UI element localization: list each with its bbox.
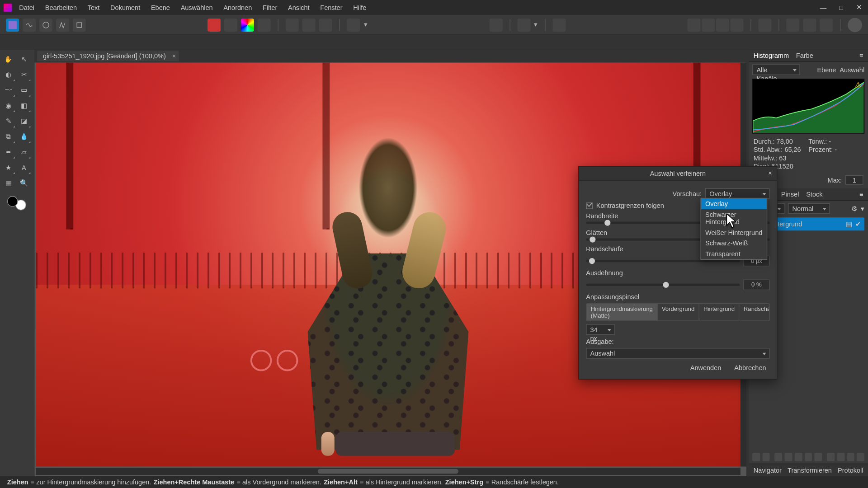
lt-trash-icon[interactable] bbox=[857, 453, 864, 461]
pen-tool-icon[interactable]: ✒ bbox=[1, 145, 16, 159]
color-swatch[interactable] bbox=[7, 196, 26, 211]
tb-s4-icon[interactable] bbox=[730, 18, 743, 31]
tb-wand-icon[interactable] bbox=[258, 18, 271, 31]
expand-value[interactable]: 0 % bbox=[743, 279, 769, 290]
clone-tool-icon[interactable]: ⧉ bbox=[1, 129, 16, 144]
chevron-down-icon[interactable]: ▾ bbox=[534, 21, 538, 28]
tb-chat-icon[interactable] bbox=[552, 18, 566, 31]
color-picker-tool-icon[interactable]: ◐ bbox=[1, 67, 16, 82]
tab-color[interactable]: Farbe bbox=[796, 52, 813, 59]
output-select[interactable]: Auswahl bbox=[586, 348, 769, 359]
cancel-button[interactable]: Abbrechen bbox=[731, 362, 769, 373]
dropdown-item-black-white[interactable]: Schwarz-Weiß bbox=[701, 238, 767, 249]
paintbrush-tool-icon[interactable]: ✎ bbox=[1, 114, 16, 128]
follow-edges-checkbox[interactable] bbox=[586, 202, 593, 209]
erase-tool-icon[interactable]: ◪ bbox=[17, 114, 31, 128]
menu-layer[interactable]: Ebene bbox=[151, 4, 170, 11]
star-tool-icon[interactable]: ★ bbox=[1, 160, 16, 175]
tab-histogram[interactable]: Histogramm bbox=[754, 52, 789, 59]
tb-grid2-icon[interactable] bbox=[302, 18, 316, 31]
chevron-down-icon[interactable]: ▾ bbox=[861, 205, 864, 212]
lt-8-icon[interactable] bbox=[827, 453, 835, 461]
tb-s3-icon[interactable] bbox=[716, 18, 729, 31]
menu-select[interactable]: Auswählen bbox=[181, 4, 213, 11]
panel-menu-icon[interactable]: ≡ bbox=[859, 52, 863, 59]
tb-swatch-red-icon[interactable] bbox=[208, 18, 221, 31]
dodge-tool-icon[interactable]: 💧 bbox=[17, 129, 31, 144]
blend-select[interactable]: Normal bbox=[788, 203, 830, 214]
move-tool-icon[interactable]: ↖ bbox=[17, 52, 31, 66]
persona-export-icon[interactable] bbox=[73, 18, 86, 31]
hand-tool-icon[interactable]: ✋ bbox=[1, 52, 16, 66]
lt-7-icon[interactable] bbox=[815, 453, 822, 461]
lt-6-icon[interactable] bbox=[805, 453, 812, 461]
tb-s1-icon[interactable] bbox=[687, 18, 700, 31]
seg-background[interactable]: Hintergrund bbox=[699, 304, 740, 321]
tb-grid3-icon[interactable] bbox=[319, 18, 332, 31]
lt-9-icon[interactable] bbox=[837, 453, 844, 461]
menu-arrange[interactable]: Anordnen bbox=[223, 4, 252, 11]
tb-color-icon[interactable] bbox=[241, 18, 254, 31]
persona-liquify-icon[interactable] bbox=[23, 18, 36, 31]
flood-tool-icon[interactable]: ◉ bbox=[1, 99, 16, 113]
persona-develop-icon[interactable] bbox=[39, 18, 52, 31]
menu-view[interactable]: Ansicht bbox=[288, 4, 310, 11]
shape-tool-icon[interactable]: ▱ bbox=[17, 145, 31, 159]
seg-feather[interactable]: Randschärfe bbox=[740, 304, 770, 321]
close-tab-icon[interactable]: × bbox=[172, 52, 176, 60]
panel-menu-icon[interactable]: ≡ bbox=[859, 191, 863, 198]
tb-grid1-icon[interactable] bbox=[286, 18, 299, 31]
dropdown-item-black-bg[interactable]: Schwarzer Hintergrund bbox=[701, 209, 767, 227]
tb-globe2-icon[interactable] bbox=[803, 18, 816, 31]
gear-icon[interactable]: ⚙ bbox=[851, 205, 857, 212]
channels-select[interactable]: Alle Kanäle bbox=[752, 64, 800, 75]
menu-text[interactable]: Text bbox=[88, 4, 100, 11]
layer-visible-icon[interactable]: ▤ bbox=[846, 220, 852, 228]
tb-globe1-icon[interactable] bbox=[786, 18, 799, 31]
tab-brush[interactable]: Pinsel bbox=[781, 191, 799, 198]
lt-1-icon[interactable] bbox=[752, 453, 760, 461]
tb-globe3-icon[interactable] bbox=[820, 18, 833, 31]
dropdown-item-transparent[interactable]: Transparent bbox=[701, 249, 767, 259]
brush-size-select[interactable]: 34 px bbox=[586, 324, 614, 335]
chevron-down-icon[interactable]: ▾ bbox=[364, 21, 368, 28]
lt-3-icon[interactable] bbox=[775, 453, 783, 461]
histo-sub-layer[interactable]: Ebene bbox=[817, 66, 836, 73]
tab-history[interactable]: Protokoll bbox=[838, 467, 863, 474]
window-maximize-icon[interactable]: □ bbox=[836, 4, 847, 11]
tab-transform[interactable]: Transformieren bbox=[788, 467, 832, 474]
tab-stock[interactable]: Stock bbox=[806, 191, 822, 198]
menu-window[interactable]: Fenster bbox=[320, 4, 342, 11]
lt-5-icon[interactable] bbox=[795, 453, 802, 461]
menu-filter[interactable]: Filter bbox=[263, 4, 277, 11]
feather-slider[interactable] bbox=[586, 260, 740, 262]
tb-crop-icon[interactable] bbox=[489, 18, 502, 31]
seg-foreground[interactable]: Vordergrund bbox=[657, 304, 699, 321]
dialog-close-icon[interactable]: × bbox=[768, 169, 772, 177]
crop-tool-icon[interactable]: ✂ bbox=[17, 67, 31, 82]
user-avatar-icon[interactable] bbox=[848, 18, 862, 32]
document-tab[interactable]: girl-535251_1920.jpg [Geändert] (100,0%)… bbox=[37, 51, 179, 61]
persona-photo-icon[interactable] bbox=[6, 18, 19, 31]
dialog-titlebar[interactable]: Auswahl verfeinern × bbox=[579, 167, 777, 180]
tb-dot-icon[interactable] bbox=[517, 18, 530, 31]
window-minimize-icon[interactable]: — bbox=[818, 4, 829, 11]
tb-s2-icon[interactable] bbox=[702, 18, 715, 31]
menu-file[interactable]: Datei bbox=[19, 4, 34, 11]
lt-10-icon[interactable] bbox=[847, 453, 854, 461]
tab-navigator[interactable]: Navigator bbox=[754, 467, 782, 474]
apply-button[interactable]: Anwenden bbox=[687, 362, 725, 373]
histo-sub-selection[interactable]: Auswahl bbox=[840, 66, 864, 73]
lt-4-icon[interactable] bbox=[785, 453, 793, 461]
dropdown-item-white-bg[interactable]: Weißer Hintergrund bbox=[701, 227, 767, 238]
gradient-tool-icon[interactable]: ◧ bbox=[17, 99, 31, 113]
menu-help[interactable]: Hilfe bbox=[353, 4, 366, 11]
seg-matte[interactable]: Hintergrundmaskierung (Matte) bbox=[587, 304, 658, 321]
tb-align-icon[interactable] bbox=[758, 18, 771, 31]
layer-lock-icon[interactable]: ✔ bbox=[855, 220, 861, 228]
text-tool-icon[interactable]: A bbox=[17, 160, 31, 175]
mesh-tool-icon[interactable]: ▦ bbox=[1, 176, 16, 190]
tb-opt1-icon[interactable] bbox=[347, 18, 360, 31]
window-close-icon[interactable]: ✕ bbox=[854, 4, 864, 11]
selection-brush-tool-icon[interactable]: 〰 bbox=[1, 83, 16, 97]
